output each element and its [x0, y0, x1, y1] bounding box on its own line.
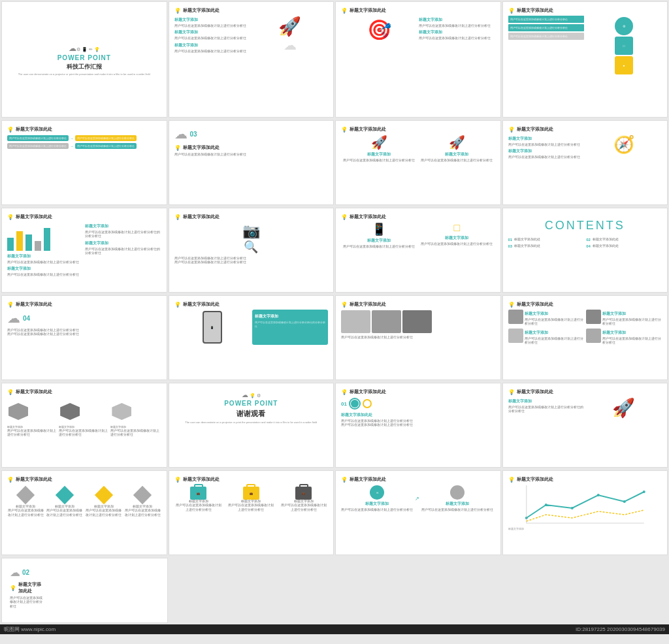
slide-linechart: 💡 标题文字添加此处 标题文字添加	[502, 470, 668, 555]
slide-grid-row1: ☁⚙ 📱 ✏ 💡 POWER POINT 科技工作汇报 The user can…	[0, 0, 669, 119]
photo3	[402, 310, 432, 333]
hex1	[8, 403, 28, 420]
contents-grid: 01 标题文字添加此处 02 标题文字添加此处 03 标题文字添加此处 04 标…	[508, 238, 662, 249]
slide-text-cols: 💡 标题文字添加此处 标题文字添加 用户可以在这里添加或修改计划上进行分析分析仕…	[169, 1, 334, 118]
bulb-icon2: 💡	[174, 8, 181, 14]
slide-devices: 💡 标题文字添加此处 📱 标题文字添加 用户可以在这里添加或修改计划上进行分析分…	[335, 208, 501, 293]
slide-grid-row2: 💡 标题文字添加此处 用户可以在这里添加或修改计划上进行分析分析仕 → 用户可以…	[0, 119, 669, 206]
hex2	[60, 403, 80, 420]
slide2-title: 💡 标题文字添加此处	[174, 7, 329, 14]
line-chart-svg	[508, 485, 662, 524]
slide-grid-row7: ☁ 02 💡 标题文字添加此处 用户可以在这里添加或修改计划上进行分析分析仕	[0, 556, 669, 624]
slide-grid-row6: 💡 标题文字添加此处 标题文字添加 用户可以在这里添加或修改计划上进行分析分析仕…	[0, 469, 669, 556]
slide-grid-row5: 💡 标题文字添加此处 标题文字添加 用户可以在这里添加或修改计划上进行分析分析仕…	[0, 381, 669, 469]
watermark-left: 昵图网 www.nipic.com	[4, 626, 56, 633]
slide-rockets: 💡 标题文字添加此处 🚀 标题文字添加 用户可以在这里添加或修改计划上进行分析分…	[335, 120, 501, 205]
bar-chart	[7, 225, 83, 251]
hex3	[112, 403, 131, 420]
slide-circles-flow: 💡 标题文字添加此处 ✉ 标题文字添加 用户可以在这里添加或修改计划上进行分析分…	[335, 470, 501, 555]
slide-camera: 💡 标题文字添加此处 📷 🔍 用户可以在这里添加或修改计划上进行分析分析仕 用户…	[169, 208, 334, 293]
slide-flow: 💡 标题文字添加此处 用户可以在这里添加或修改计划上进行分析分析仕 → 用户可以…	[1, 120, 167, 205]
phone-mockup: 📱	[203, 311, 222, 344]
slide-compass: 💡 标题文字添加此处 标题文字添加 用户可以在这里添加或修改计划上进行分析分析仕…	[502, 120, 668, 205]
slide-photos: 💡 标题文字添加此处 用户可以在这里添加或修改计划上进行分析分析仕	[335, 295, 501, 380]
suitcase3: 💼	[295, 487, 312, 500]
slide-02-bottom: ☁ 02 💡 标题文字添加此处 用户可以在这里添加或修改计划上进行分析分析仕	[1, 558, 168, 623]
svg-point-2	[570, 507, 573, 509]
slide-thankyou: ☁ 💡 ⚙ POWER POINT 谢谢观看 The user can demo…	[169, 383, 334, 468]
svg-point-5	[642, 491, 645, 493]
slide-hexagons: 💡 标题文字添加此处 标题文字添加 用户可以在这里添加或修改计划上进行分析分析仕…	[1, 383, 167, 468]
slide-circles01: 💡 标题文字添加此处 01 标题文字添加此处 用户可以在这里添加或修改计划上进行…	[335, 383, 501, 468]
thanks-sub: The user can demonstrate on a projector …	[177, 421, 326, 424]
photo1	[341, 310, 370, 333]
slide-rocket-right: 💡 标题文字添加此处 标题文字添加 用户可以在这里添加或修改计划上进行分析分析仕…	[502, 383, 668, 468]
cover-subtitle: 科技工作汇报	[67, 63, 102, 71]
slide-cloud04: 💡 标题文字添加此处 ☁ 04 用户可以在这里添加或修改计划上进行分析分析仕 用…	[1, 295, 167, 380]
svg-point-3	[596, 494, 599, 496]
svg-point-1	[544, 504, 547, 506]
contents-title: CONTENTS	[508, 219, 662, 233]
thanks-title: 谢谢观看	[177, 409, 326, 419]
watermark-bar: 昵图网 www.nipic.com ID:28197225 2020030309…	[0, 624, 669, 634]
cover-desc: The user can demonstrate on a projector …	[18, 72, 150, 76]
svg-point-4	[623, 500, 625, 503]
slide-infoboxes: 💡 标题文字添加此处 用户可以在这里添加或修改计划上进行分析分析仕 用户可以在这…	[502, 1, 668, 118]
watermark-right: ID:28197225 20200303094548679039	[576, 626, 665, 632]
slide-grid-row4: 💡 标题文字添加此处 ☁ 04 用户可以在这里添加或修改计划上进行分析分析仕 用…	[0, 294, 669, 381]
slide-contents: CONTENTS 01 标题文字添加此处 02 标题文字添加此处 03 标题文字…	[502, 208, 668, 293]
slide-diamonds: 💡 标题文字添加此处 标题文字添加 用户可以在这里添加或修改计划上进行分析分析仕…	[1, 470, 167, 555]
photo2	[372, 310, 401, 333]
slide-phone-card: 💡 标题文字添加此处 📱 标题文字添加 用户可以在这里添加或修改计划上进行分析分…	[169, 295, 334, 380]
slide-suitcases: 💡 标题文字添加此处 💼 标题文字添加 用户可以在这里添加或修改计划上进行分析分…	[169, 470, 334, 555]
line-chart-area	[508, 485, 662, 524]
outro-cover-title: POWER POINT	[177, 400, 326, 407]
slide-barchart: 💡 标题文字添加此处 标题文字添加 用户可以在这里添加或修改计划上进行分析分析仕…	[1, 208, 167, 293]
suitcase1: 💼	[190, 487, 206, 500]
slide-cover: ☁⚙ 📱 ✏ 💡 POWER POINT 科技工作汇报 The user can…	[1, 1, 167, 118]
cover-title: POWER POINT	[57, 54, 111, 61]
slide-target: 💡 标题文字添加此处 🎯 标题文字添加 用户可以在这里添加或修改计划上进行分析分…	[335, 1, 501, 118]
slide-4photos: 💡 标题文字添加此处 标题文字添加 用户可以在这里添加或修改计划上进行分析分析仕…	[502, 295, 668, 380]
slide-cloud03: ☁ 03 💡 标题文字添加此处 用户可以在这里添加或修改计划上进行分析分析仕	[169, 120, 334, 205]
suitcase2: 💼	[243, 487, 259, 500]
slide-grid-row3: 💡 标题文字添加此处 标题文字添加 用户可以在这里添加或修改计划上进行分析分析仕…	[0, 206, 669, 294]
